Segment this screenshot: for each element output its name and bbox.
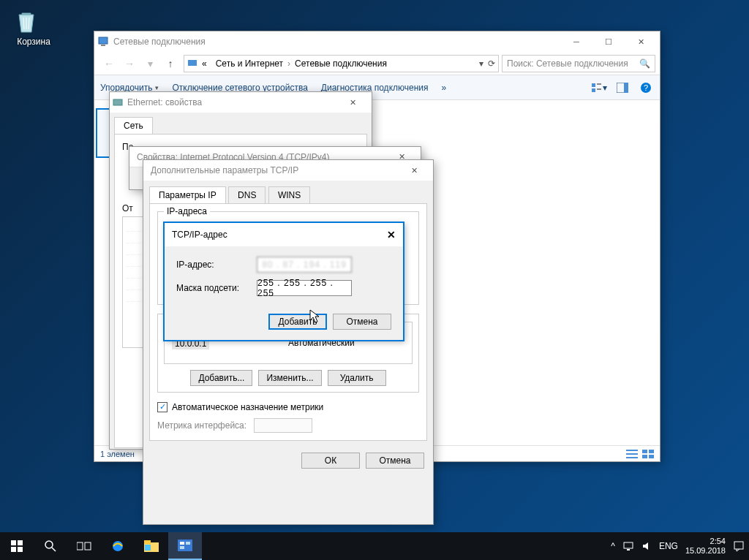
ip-address-input[interactable]: 80 . 87 . 194 . 119 xyxy=(257,257,352,273)
tcpip-cancel-button[interactable]: Отмена xyxy=(333,314,391,330)
back-button[interactable]: ← xyxy=(99,53,119,74)
svg-rect-19 xyxy=(11,540,16,545)
svg-rect-20 xyxy=(18,540,23,545)
up-button[interactable]: ↑ xyxy=(160,53,181,74)
subnet-mask-input[interactable]: 255 . 255 . 255 . 255 xyxy=(257,280,352,296)
details-view-icon[interactable] xyxy=(626,450,638,458)
view-options-icon[interactable]: ▾ xyxy=(591,80,607,96)
refresh-icon[interactable]: ⟳ xyxy=(488,58,495,69)
breadcrumb-prefix: « xyxy=(197,58,211,69)
ip-addresses-legend: IP-адреса xyxy=(164,206,210,216)
clock-time: 2:54 xyxy=(685,537,726,546)
help-icon[interactable]: ? xyxy=(638,80,654,96)
breadcrumb-net[interactable]: Сеть и Интернет xyxy=(211,58,287,69)
checkbox-checked-icon: ✓ xyxy=(157,402,168,412)
control-panel-taskbar-icon[interactable] xyxy=(168,532,202,560)
taskbar: ^ ENG 2:54 15.09.2018 xyxy=(0,532,749,560)
ethprops-close-button[interactable]: ✕ xyxy=(336,92,369,113)
auto-metric-checkbox[interactable]: ✓ Автоматическое назначение метрики xyxy=(157,402,323,412)
network-small-icon xyxy=(187,58,197,69)
address-bar[interactable]: « Сеть и Интернет › Сетевые подключения … xyxy=(184,55,499,72)
svg-rect-18 xyxy=(113,99,122,105)
svg-rect-22 xyxy=(18,547,23,552)
tcpip-dialog-close-button[interactable]: ✕ xyxy=(387,229,396,241)
language-indicator[interactable]: ENG xyxy=(659,541,678,551)
svg-rect-17 xyxy=(649,455,654,458)
recycle-bin[interactable]: Корзина xyxy=(12,6,56,47)
tray-chevron-up-icon[interactable]: ^ xyxy=(611,541,615,551)
tab-wins[interactable]: WINS xyxy=(268,186,310,203)
breadcrumb-conn[interactable]: Сетевые подключения xyxy=(290,58,391,69)
gw-add-button[interactable]: Добавить... xyxy=(190,370,252,386)
advtcp-close-button[interactable]: ✕ xyxy=(398,160,430,181)
svg-rect-32 xyxy=(180,542,184,545)
tcpip-dialog-titlebar[interactable]: TCP/IP-адрес ✕ xyxy=(165,223,403,246)
advtcp-ok-button[interactable]: ОК xyxy=(301,453,360,469)
tab-network[interactable]: Сеть xyxy=(114,117,153,134)
maximize-button[interactable]: ☐ xyxy=(592,31,625,52)
interface-metric-row: Метрика интерфейса: xyxy=(157,418,419,433)
status-text: 1 элемен xyxy=(100,450,135,458)
gw-edit-button[interactable]: Изменить... xyxy=(258,370,321,386)
tab-ip-params[interactable]: Параметры IP xyxy=(149,186,226,203)
svg-rect-26 xyxy=(85,542,91,550)
clock[interactable]: 2:54 15.09.2018 xyxy=(685,537,726,556)
task-view-button[interactable] xyxy=(67,532,101,560)
svg-rect-11 xyxy=(626,450,638,451)
advanced-tcpip-window: Дополнительные параметры TCP/IP ✕ Параме… xyxy=(143,159,434,525)
svg-rect-34 xyxy=(180,546,184,549)
svg-rect-29 xyxy=(144,540,151,544)
svg-rect-0 xyxy=(99,37,108,44)
large-icons-view-icon[interactable] xyxy=(642,450,654,458)
svg-rect-1 xyxy=(101,45,105,46)
file-explorer-taskbar-icon[interactable] xyxy=(135,532,168,560)
svg-rect-5 xyxy=(592,88,595,92)
interface-metric-label: Метрика интерфейса: xyxy=(157,420,246,431)
svg-rect-13 xyxy=(626,457,638,458)
search-input[interactable]: Поиск: Сетевые подключения 🔍 xyxy=(502,55,655,72)
preview-pane-icon[interactable] xyxy=(614,80,631,96)
svg-text:?: ? xyxy=(644,83,648,92)
tab-dns[interactable]: DNS xyxy=(228,186,266,203)
ie-taskbar-icon[interactable] xyxy=(101,532,135,560)
ethprops-tabs: Сеть xyxy=(110,113,372,134)
advtcp-tabs: Параметры IP DNS WINS xyxy=(143,181,433,203)
network-icon xyxy=(97,36,109,48)
interface-metric-input xyxy=(254,418,312,433)
svg-rect-21 xyxy=(11,547,16,552)
svg-rect-31 xyxy=(178,540,192,551)
connection-item-selected[interactable] xyxy=(96,108,110,158)
svg-rect-6 xyxy=(597,88,601,90)
volume-tray-icon[interactable] xyxy=(641,541,652,551)
svg-rect-15 xyxy=(649,450,654,453)
forward-button[interactable]: → xyxy=(119,53,140,74)
ethprops-titlebar[interactable]: Ethernet: свойства ✕ xyxy=(110,92,372,113)
advtcp-titlebar[interactable]: Дополнительные параметры TCP/IP ✕ xyxy=(143,160,433,181)
svg-rect-30 xyxy=(145,545,151,550)
recycle-bin-label: Корзина xyxy=(12,37,56,47)
system-tray: ^ ENG 2:54 15.09.2018 xyxy=(611,537,749,556)
recent-dropdown[interactable]: ▾ xyxy=(140,53,160,74)
search-icon: 🔍 xyxy=(639,58,650,69)
advtcp-cancel-button[interactable]: Отмена xyxy=(366,453,424,469)
start-button[interactable] xyxy=(0,532,34,560)
explorer-titlebar[interactable]: Сетевые подключения ─ ☐ ✕ xyxy=(94,31,660,52)
close-button[interactable]: ✕ xyxy=(625,31,657,52)
more-commands[interactable]: » xyxy=(442,83,447,93)
tcpip-add-button[interactable]: Добавить xyxy=(268,314,327,330)
search-placeholder: Поиск: Сетевые подключения xyxy=(507,58,628,69)
svg-rect-12 xyxy=(626,453,638,455)
explorer-title: Сетевые подключения xyxy=(113,37,560,47)
network-tray-icon[interactable] xyxy=(622,541,634,551)
search-button[interactable] xyxy=(34,532,67,560)
action-center-icon[interactable] xyxy=(733,540,745,552)
gw-delete-button[interactable]: Удалить xyxy=(328,370,386,386)
adapter-icon xyxy=(113,97,123,107)
minimize-button[interactable]: ─ xyxy=(560,31,592,52)
tcpip-address-dialog: TCP/IP-адрес ✕ IP-адрес: 80 . 87 . 194 .… xyxy=(164,222,404,341)
explorer-nav-toolbar: ← → ▾ ↑ « Сеть и Интернет › Сетевые подк… xyxy=(94,52,660,75)
svg-rect-3 xyxy=(592,83,595,87)
svg-rect-2 xyxy=(188,60,197,66)
address-dropdown-icon[interactable]: ▾ xyxy=(479,58,483,69)
svg-rect-35 xyxy=(624,542,633,548)
